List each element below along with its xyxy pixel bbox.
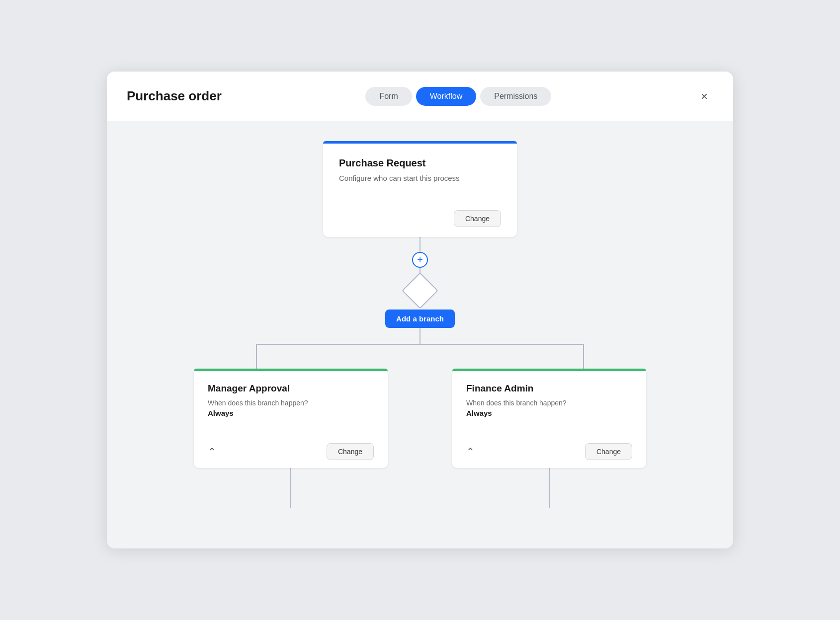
finance-admin-card: Finance Admin When does this branch happ… — [452, 369, 646, 468]
workflow-canvas: Purchase Request Configure who can start… — [107, 121, 733, 538]
branch-bottom-connectors — [194, 468, 646, 508]
finance-collapse-button[interactable]: ⌃ — [466, 446, 475, 458]
tab-workflow[interactable]: Workflow — [416, 87, 477, 106]
finance-card-footer: ⌃ Change — [452, 439, 646, 468]
finance-card-body: Finance Admin When does this branch happ… — [452, 371, 646, 439]
manager-approval-question: When does this branch happen? — [208, 399, 374, 407]
finance-change-button[interactable]: Change — [585, 443, 632, 460]
manager-approval-card: Manager Approval When does this branch h… — [194, 369, 388, 468]
connector-1 — [420, 237, 420, 252]
manager-approval-condition: Always — [208, 409, 374, 417]
tab-bar: Form Workflow Permissions — [365, 87, 551, 106]
connector-3 — [420, 328, 420, 344]
branch-line-row — [246, 344, 594, 369]
manager-change-button[interactable]: Change — [327, 443, 374, 460]
card-footer: Change — [323, 210, 517, 237]
branch-diamond — [402, 272, 438, 309]
purchase-request-title: Purchase Request — [339, 157, 501, 169]
tab-form[interactable]: Form — [365, 87, 412, 106]
add-step-button[interactable]: + — [412, 252, 428, 268]
manager-approval-title: Manager Approval — [208, 383, 374, 394]
close-button[interactable]: × — [695, 87, 713, 105]
branch-section: Manager Approval When does this branch h… — [107, 344, 733, 508]
finance-admin-question: When does this branch happen? — [466, 399, 632, 407]
card-body: Purchase Request Configure who can start… — [323, 144, 517, 210]
manager-bottom-connector — [194, 468, 388, 508]
manager-card-footer: ⌃ Change — [194, 439, 388, 468]
branch-left-drop-line — [256, 344, 257, 369]
manager-card-body: Manager Approval When does this branch h… — [194, 371, 388, 439]
manager-v-line — [290, 468, 291, 508]
horizontal-branch-line — [256, 344, 584, 345]
purchase-request-change-button[interactable]: Change — [454, 210, 501, 227]
manager-collapse-button[interactable]: ⌃ — [208, 446, 216, 458]
plus-icon: + — [417, 255, 423, 265]
add-branch-button[interactable]: Add a branch — [385, 310, 455, 328]
finance-v-line — [549, 468, 550, 508]
purchase-request-card: Purchase Request Configure who can start… — [323, 141, 517, 237]
finance-admin-title: Finance Admin — [466, 383, 632, 394]
modal-title: Purchase order — [127, 88, 222, 104]
purchase-request-subtitle: Configure who can start this process — [339, 174, 501, 182]
modal-header: Purchase order Form Workflow Permissions… — [107, 72, 733, 121]
finance-admin-condition: Always — [466, 409, 632, 417]
modal: Purchase order Form Workflow Permissions… — [107, 72, 733, 548]
branch-diamond-wrapper: Add a branch — [385, 278, 455, 328]
finance-bottom-connector — [452, 468, 646, 508]
branches-row: Manager Approval When does this branch h… — [194, 369, 646, 468]
tab-permissions[interactable]: Permissions — [480, 87, 551, 106]
branch-right-drop-line — [583, 344, 584, 369]
